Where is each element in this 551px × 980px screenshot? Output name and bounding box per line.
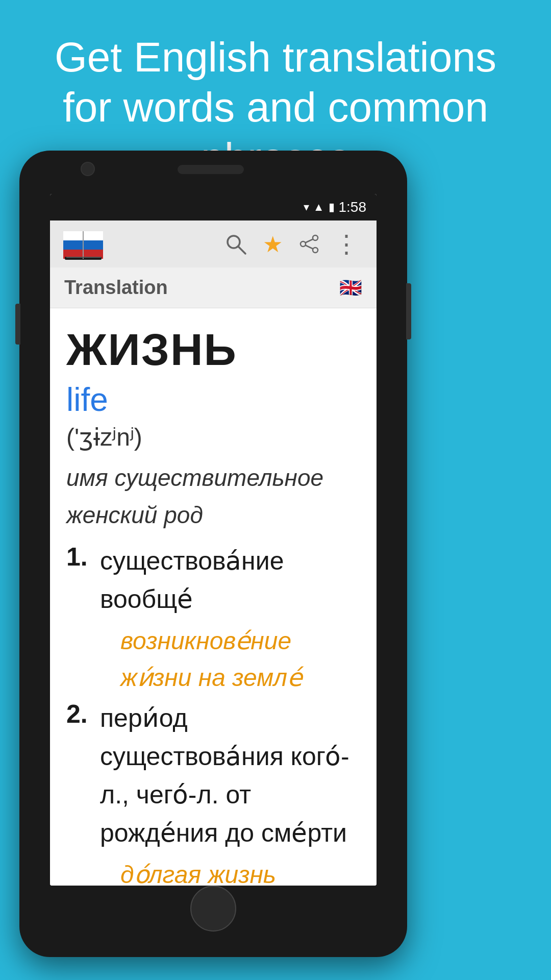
def-text-1: существова́ние вообще́ [100, 547, 284, 614]
phone-power-button [406, 283, 411, 339]
definitions-list: 1. существова́ние вообще́ возникнове́ние… [66, 542, 360, 886]
svg-line-14 [306, 246, 313, 249]
dictionary-word: ЖИЗНЬ [66, 324, 360, 376]
word-grammar-line1: имя существительное [66, 460, 360, 496]
phone-device: ▾ ▲ ▮ 1:58 [19, 151, 407, 957]
signal-icon: ▲ [313, 201, 324, 214]
status-bar: ▾ ▲ ▮ 1:58 [50, 194, 377, 220]
def-example-1: возникнове́ние жи́зни на земле́ [120, 623, 360, 696]
dictionary-content: ЖИЗНЬ life ('ʒɨzʲnʲ) имя существительное… [50, 308, 377, 886]
battery-icon: ▮ [329, 201, 335, 214]
definition-item-2: 2. пери́од существова́ния кого́-л., чего… [66, 699, 360, 886]
def-content-2: пери́од существова́ния кого́-л., чего́-л… [100, 699, 360, 886]
def-example-2: до́лгая жизнь [120, 856, 360, 886]
phone-speaker [178, 165, 244, 174]
svg-rect-7 [66, 257, 101, 258]
svg-point-11 [313, 248, 318, 253]
word-translation: life [66, 381, 360, 419]
status-time: 1:58 [339, 199, 367, 215]
search-icon[interactable] [217, 226, 254, 262]
app-logo[interactable] [62, 227, 104, 261]
def-content-1: существова́ние вообще́ возникнове́ние жи… [100, 542, 360, 696]
word-grammar-line2: женский род [66, 498, 360, 533]
favorites-star-icon[interactable]: ★ [254, 226, 291, 262]
word-phonetic: ('ʒɨzʲnʲ) [66, 423, 360, 451]
svg-point-12 [300, 241, 306, 247]
svg-point-10 [313, 235, 318, 240]
svg-line-13 [306, 239, 313, 243]
more-options-icon[interactable]: ⋮ [328, 226, 364, 262]
status-icons: ▾ ▲ ▮ 1:58 [304, 199, 366, 215]
phone-camera [81, 162, 95, 176]
def-number-1: 1. [66, 542, 92, 572]
def-text-2: пери́од существова́ния кого́-л., чего́-л… [100, 704, 349, 847]
svg-line-9 [238, 247, 245, 254]
app-toolbar: ★ ⋮ [50, 220, 377, 267]
language-flag-icon: 🇬🇧 [339, 277, 362, 299]
section-header: Translation 🇬🇧 [50, 267, 377, 308]
phone-home-button[interactable] [190, 886, 236, 932]
definition-item-1: 1. существова́ние вообще́ возникнове́ние… [66, 542, 360, 696]
phone-volume-button [15, 304, 20, 345]
def-number-2: 2. [66, 699, 92, 729]
section-title: Translation [64, 277, 168, 299]
share-icon[interactable] [291, 226, 328, 262]
wifi-icon: ▾ [304, 201, 309, 214]
phone-screen: ▾ ▲ ▮ 1:58 [50, 194, 377, 886]
